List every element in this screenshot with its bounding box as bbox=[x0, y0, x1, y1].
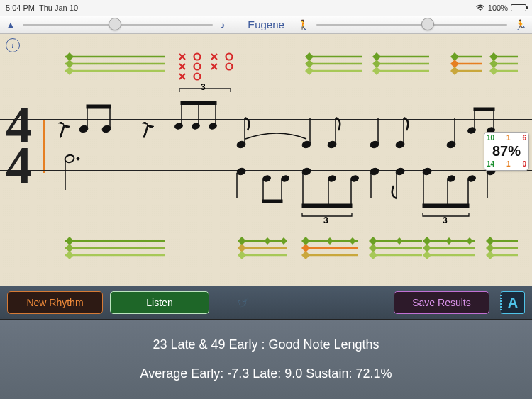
svg-point-16 bbox=[226, 54, 233, 60]
eighth-note-icon: ♪ bbox=[220, 19, 225, 30]
status-bar: 5:04 PM Thu Jan 10 100% bbox=[0, 0, 532, 16]
metronome-icon: ▲ bbox=[6, 19, 16, 30]
tuplet-number: 3 bbox=[443, 215, 448, 225]
tempo-slider[interactable] bbox=[23, 24, 214, 26]
svg-point-51 bbox=[77, 157, 79, 160]
app-header: ▲ ♪ Eugene 🚶 🏃 bbox=[0, 16, 532, 34]
stats-area: 23 Late & 49 Early : Good Note Lengths A… bbox=[0, 320, 532, 399]
grade-badge[interactable]: A bbox=[501, 291, 525, 314]
page-title: Eugene bbox=[248, 18, 284, 30]
svg-point-52 bbox=[236, 167, 246, 176]
battery-icon bbox=[511, 4, 526, 11]
listen-button[interactable]: Listen bbox=[110, 291, 209, 314]
speed-slider[interactable] bbox=[316, 24, 507, 26]
svg-point-18 bbox=[226, 64, 233, 70]
tuplet-number: 3 bbox=[323, 215, 328, 225]
status-time: 5:04 PM bbox=[6, 4, 35, 12]
score-area: i 4 4 bbox=[0, 34, 532, 286]
svg-rect-24 bbox=[87, 105, 111, 108]
status-date: Thu Jan 10 bbox=[39, 4, 78, 12]
new-rhythm-button[interactable]: New Rhythm bbox=[7, 291, 103, 314]
svg-rect-65 bbox=[302, 204, 352, 208]
hand-icon[interactable]: ☞ bbox=[235, 293, 253, 313]
stats-averages: Average Early: -7.3 Late: 9.0 Sustain: 7… bbox=[140, 366, 392, 381]
svg-point-15 bbox=[194, 54, 201, 60]
button-bar: New Rhythm Listen ☞ Save Results A bbox=[0, 286, 532, 320]
save-results-button[interactable]: Save Results bbox=[394, 291, 489, 314]
svg-point-19 bbox=[194, 74, 201, 80]
score-badge: 1016 87% 1410 bbox=[484, 132, 529, 171]
svg-rect-58 bbox=[262, 200, 282, 203]
battery-percent: 100% bbox=[488, 4, 508, 12]
svg-point-17 bbox=[194, 64, 201, 70]
accuracy-percent: 87% bbox=[487, 143, 526, 159]
svg-rect-76 bbox=[423, 204, 469, 208]
svg-rect-31 bbox=[181, 101, 216, 105]
feedback-top bbox=[0, 34, 532, 286]
walk-icon: 🚶 bbox=[297, 19, 309, 30]
run-icon: 🏃 bbox=[514, 19, 526, 30]
tuplet-number: 3 bbox=[201, 82, 206, 92]
stats-summary: 23 Late & 49 Early : Good Note Lengths bbox=[153, 337, 379, 352]
wifi-icon bbox=[475, 4, 485, 11]
svg-rect-48 bbox=[474, 108, 494, 111]
